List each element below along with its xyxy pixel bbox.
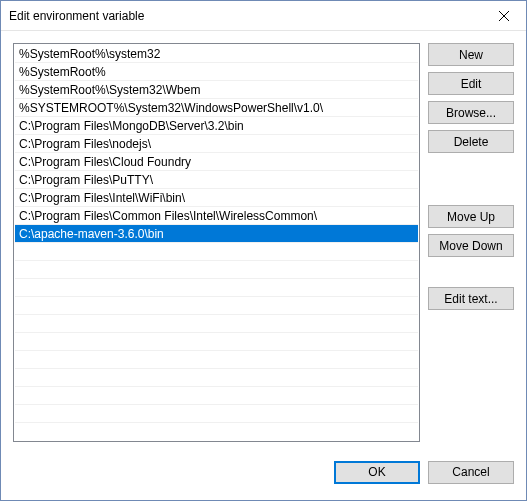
- spacer: [428, 263, 514, 281]
- list-item[interactable]: C:\apache-maven-3.6.0\bin: [15, 225, 418, 243]
- path-listbox[interactable]: %SystemRoot%\system32%SystemRoot%%System…: [13, 43, 420, 442]
- move-up-button[interactable]: Move Up: [428, 205, 514, 228]
- close-button[interactable]: [481, 1, 526, 31]
- list-item[interactable]: %SystemRoot%: [15, 63, 418, 81]
- edit-button[interactable]: Edit: [428, 72, 514, 95]
- window-title: Edit environment variable: [9, 9, 144, 23]
- move-down-button[interactable]: Move Down: [428, 234, 514, 257]
- titlebar: Edit environment variable: [1, 1, 526, 31]
- spacer: [428, 159, 514, 199]
- list-item[interactable]: C:\Program Files\Intel\WiFi\bin\: [15, 189, 418, 207]
- edit-text-button[interactable]: Edit text...: [428, 287, 514, 310]
- list-filler: [15, 243, 418, 440]
- list-item[interactable]: %SystemRoot%\system32: [15, 45, 418, 63]
- list-item[interactable]: C:\Program Files\Cloud Foundry: [15, 153, 418, 171]
- dialog-body: %SystemRoot%\system32%SystemRoot%%System…: [1, 31, 526, 500]
- browse-button[interactable]: Browse...: [428, 101, 514, 124]
- dialog-window: Edit environment variable %SystemRoot%\s…: [0, 0, 527, 501]
- list-item[interactable]: C:\Program Files\Common Files\Intel\Wire…: [15, 207, 418, 225]
- list-item[interactable]: %SYSTEMROOT%\System32\WindowsPowerShell\…: [15, 99, 418, 117]
- list-item[interactable]: C:\Program Files\MongoDB\Server\3.2\bin: [15, 117, 418, 135]
- close-icon: [499, 11, 509, 21]
- delete-button[interactable]: Delete: [428, 130, 514, 153]
- dialog-footer: OK Cancel: [13, 442, 514, 490]
- list-item[interactable]: %SystemRoot%\System32\Wbem: [15, 81, 418, 99]
- ok-button[interactable]: OK: [334, 461, 420, 484]
- list-item[interactable]: C:\Program Files\PuTTY\: [15, 171, 418, 189]
- list-item[interactable]: C:\Program Files\nodejs\: [15, 135, 418, 153]
- button-sidebar: New Edit Browse... Delete Move Up Move D…: [428, 43, 514, 442]
- new-button[interactable]: New: [428, 43, 514, 66]
- cancel-button[interactable]: Cancel: [428, 461, 514, 484]
- content-row: %SystemRoot%\system32%SystemRoot%%System…: [13, 43, 514, 442]
